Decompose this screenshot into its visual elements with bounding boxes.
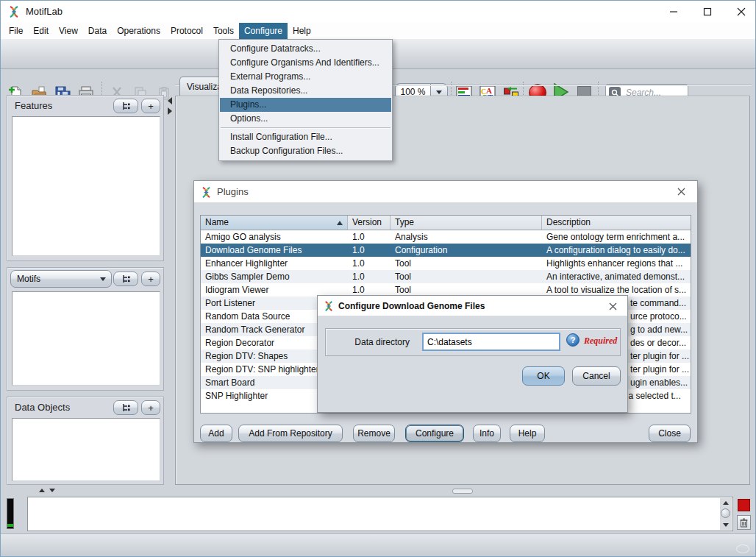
column-header-description[interactable]: Description xyxy=(542,216,691,230)
plus-icon: + xyxy=(148,402,154,414)
tree-view-icon xyxy=(121,274,131,283)
table-row[interactable]: Amigo GO analysis1.0AnalysisGene ontolog… xyxy=(201,230,691,244)
features-list[interactable] xyxy=(12,116,160,256)
motifs-tree-mode-button[interactable] xyxy=(113,272,138,286)
menu-item-configure-organisms[interactable]: Configure Organisms And Identifiers... xyxy=(220,56,391,70)
status-indicator xyxy=(736,544,749,553)
column-header-version[interactable]: Version xyxy=(348,216,391,230)
chevron-down-icon xyxy=(95,277,111,281)
menu-item-plugins[interactable]: Plugins... xyxy=(220,98,391,112)
splitter-grip[interactable] xyxy=(452,489,473,494)
data-objects-list[interactable] xyxy=(12,418,160,481)
table-row[interactable]: Enhancer Highlighter1.0ToolHighlights en… xyxy=(201,257,691,270)
memory-usage-fill xyxy=(7,524,13,527)
close-button[interactable] xyxy=(729,1,754,23)
features-tree-mode-button[interactable] xyxy=(113,99,138,113)
features-panel: Features + xyxy=(7,95,164,261)
data-directory-label: Data directory xyxy=(318,328,410,356)
log-scrollbar[interactable] xyxy=(720,498,732,530)
menu-protocol[interactable]: Protocol xyxy=(165,23,208,39)
remove-button[interactable]: Remove xyxy=(353,425,395,442)
data-objects-panel-title: Data Objects xyxy=(15,402,70,413)
scroll-up-button[interactable] xyxy=(720,498,732,508)
menu-file[interactable]: File xyxy=(4,23,28,39)
help-question-icon[interactable]: ? xyxy=(566,333,580,347)
column-header-type[interactable]: Type xyxy=(391,216,542,230)
plugins-table-header: Name Version Type Description xyxy=(201,216,691,230)
tree-view-icon xyxy=(121,102,131,110)
motiflab-logo-icon xyxy=(324,301,334,313)
menu-item-backup-configuration[interactable]: Backup Configuration Files... xyxy=(220,144,391,158)
log-output-area[interactable] xyxy=(27,497,733,531)
menu-help[interactable]: Help xyxy=(288,23,316,39)
plugins-dialog-title: Plugins xyxy=(217,181,249,203)
add-from-repository-button[interactable]: Add From Repository xyxy=(238,425,343,442)
menu-data[interactable]: Data xyxy=(83,23,112,39)
column-header-name[interactable]: Name xyxy=(201,216,348,230)
cancel-button[interactable]: Cancel xyxy=(572,366,621,386)
motiflab-logo-icon xyxy=(8,6,20,18)
menu-item-external-programs[interactable]: External Programs... xyxy=(220,70,391,84)
motiflab-window: MotifLab File Edit View Data Operations … xyxy=(0,0,756,557)
menu-edit[interactable]: Edit xyxy=(28,23,54,39)
expand-down-arrow[interactable] xyxy=(49,489,55,492)
configure-dialog-title: Configure Download Genome Files xyxy=(338,296,485,316)
tree-view-icon xyxy=(121,403,131,412)
configure-button[interactable]: Configure xyxy=(405,425,464,442)
menu-item-install-configuration[interactable]: Install Configuration File... xyxy=(220,130,391,144)
features-add-button[interactable]: + xyxy=(141,99,160,113)
menu-tools[interactable]: Tools xyxy=(208,23,239,39)
menu-item-options[interactable]: Options... xyxy=(220,112,391,126)
data-objects-add-button[interactable]: + xyxy=(141,400,160,415)
memory-usage-bar xyxy=(7,498,14,529)
status-bar xyxy=(1,533,755,557)
expand-right-arrow[interactable] xyxy=(168,107,172,115)
title-bar: MotifLab xyxy=(1,1,755,23)
maximize-button[interactable] xyxy=(695,1,720,23)
menu-configure[interactable]: Configure xyxy=(239,23,288,39)
menu-view[interactable]: View xyxy=(54,23,83,39)
splitter-arrows[interactable] xyxy=(39,489,55,492)
collapse-up-arrow[interactable] xyxy=(39,489,45,492)
motifs-add-button[interactable]: + xyxy=(141,272,160,286)
ok-button[interactable]: OK xyxy=(522,366,565,386)
minimize-button[interactable] xyxy=(661,1,686,23)
configure-menu-dropdown: Configure Datatracks... Configure Organi… xyxy=(218,39,393,161)
clear-log-button[interactable] xyxy=(737,515,751,530)
data-objects-panel: Data Objects + xyxy=(7,397,164,485)
collapse-left-arrow[interactable] xyxy=(168,97,172,104)
features-panel-title: Features xyxy=(15,100,52,111)
motifs-panel: Motifs + xyxy=(7,267,164,391)
menu-separator xyxy=(221,127,391,129)
menu-bar: File Edit View Data Operations Protocol … xyxy=(1,23,755,39)
window-title: MotifLab xyxy=(26,1,63,23)
log-record-button[interactable] xyxy=(738,499,750,511)
menu-item-configure-datatracks[interactable]: Configure Datatracks... xyxy=(220,42,391,56)
plus-icon: + xyxy=(148,101,154,112)
close-dialog-button[interactable]: Close xyxy=(649,425,691,442)
plugins-dialog-close-icon[interactable] xyxy=(671,182,691,201)
motifs-combobox-value: Motifs xyxy=(11,274,95,284)
plugins-dialog-titlebar: Plugins xyxy=(194,181,697,203)
menu-item-data-repositories[interactable]: Data Repositories... xyxy=(220,84,391,98)
table-row[interactable]: Gibbs Sampler Demo1.0ToolAn interactive,… xyxy=(201,270,691,283)
motiflab-logo-icon xyxy=(201,187,212,200)
configure-dialog-titlebar: Configure Download Genome Files xyxy=(318,296,627,316)
help-button[interactable]: Help xyxy=(510,425,545,442)
motifs-list[interactable] xyxy=(12,291,160,386)
add-button[interactable]: Add xyxy=(200,425,232,442)
configure-plugin-dialog: Configure Download Genome Files Data dir… xyxy=(317,295,628,413)
data-objects-tree-mode-button[interactable] xyxy=(113,400,138,415)
table-row-selected[interactable]: Download Genome Files1.0ConfigurationA c… xyxy=(201,244,691,257)
scroll-down-button[interactable] xyxy=(720,520,732,530)
data-directory-input[interactable] xyxy=(422,333,560,351)
menu-operations[interactable]: Operations xyxy=(112,23,165,39)
motifs-type-combobox[interactable]: Motifs xyxy=(10,270,112,288)
configure-dialog-close-icon[interactable] xyxy=(602,297,623,316)
scrollbar-thumb[interactable] xyxy=(721,508,730,518)
info-button[interactable]: Info xyxy=(473,425,501,442)
required-label: Required xyxy=(584,336,617,347)
sort-ascending-icon xyxy=(337,221,343,225)
plus-icon: + xyxy=(148,274,154,285)
trash-icon xyxy=(740,518,748,528)
